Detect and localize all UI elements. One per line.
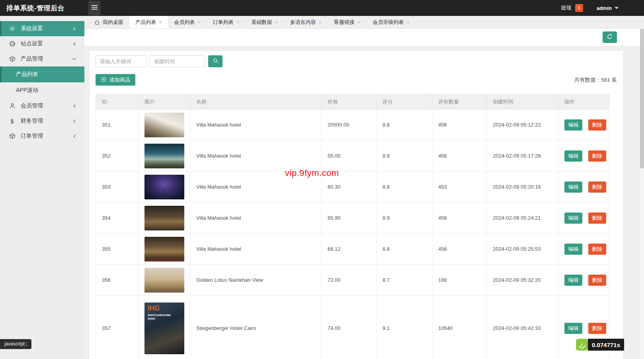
product-image[interactable] [144, 113, 184, 137]
page-toolbar [84, 29, 644, 46]
product-created: 2024-02-09 05:20:16 [487, 172, 558, 203]
product-image[interactable] [144, 237, 184, 261]
home-icon [94, 20, 100, 25]
product-price: 65.90 [322, 203, 377, 234]
sidebar-item-system-settings[interactable]: 系统设置 [0, 21, 84, 36]
sidebar-item-finance-management[interactable]: $ 财务管理 [0, 113, 84, 129]
product-image[interactable] [144, 206, 184, 230]
product-image[interactable] [144, 268, 184, 293]
tab-my-desktop[interactable]: 我的桌面 [88, 16, 129, 28]
product-name: Villa Mahasok hotel [190, 172, 322, 203]
sidebar-item-site-settings[interactable]: 站点设置 [0, 36, 84, 51]
delete-button[interactable]: 删除 [588, 181, 606, 193]
product-reviews: 453 [432, 172, 487, 203]
tab-close-icon[interactable]: × [236, 20, 239, 25]
sidebar-item-label: 产品列表 [16, 71, 38, 78]
col-header-created: 创建时间 [487, 94, 558, 109]
edit-button[interactable]: 编辑 [564, 150, 582, 162]
sidebar-item-member-management[interactable]: 会员管理 [0, 98, 84, 113]
tab-close-icon[interactable]: × [406, 20, 410, 25]
edit-button[interactable]: 编辑 [564, 323, 582, 334]
product-created: 2024-02-09 05:12:22 [487, 109, 558, 140]
product-image[interactable]: IHG InterContinental Hotel [144, 302, 184, 354]
refresh-button[interactable] [603, 31, 617, 43]
product-created: 2024-02-09 05:42:33 [487, 296, 558, 359]
product-image[interactable] [144, 175, 184, 199]
product-rating: 8.8 [377, 172, 432, 203]
sidebar-item-app-scroll[interactable]: APP滚动 [0, 82, 84, 98]
scrollbar[interactable] [640, 29, 644, 359]
withdraw-link[interactable]: 提现 0 [561, 4, 583, 12]
total-count: 共有数据：581 条 [574, 76, 617, 84]
product-created: 2024-02-09 05:32:20 [487, 265, 558, 296]
created-time-input[interactable] [150, 55, 205, 67]
dollar-icon: $ [9, 118, 16, 125]
chevron-left-icon [72, 27, 76, 31]
sidebar: 系统设置 站点设置 产品管理 产品列表 APP滚动 [0, 16, 84, 359]
product-created: 2024-02-09 05:17:26 [487, 140, 558, 172]
product-reviews: 456 [432, 109, 487, 140]
sidebar-item-product-management[interactable]: 产品管理 [0, 51, 84, 66]
scrollbar-thumb[interactable] [640, 29, 644, 168]
app-title: 排单系统-管理后台 [0, 4, 84, 13]
product-id: 352 [96, 140, 139, 172]
edit-button[interactable]: 编辑 [564, 244, 582, 255]
product-name: Villa Mahasok hotel [190, 203, 322, 234]
tab-product-list[interactable]: 产品列表 × [129, 16, 168, 28]
withdraw-label: 提现 [561, 4, 572, 12]
keyword-input[interactable] [96, 55, 146, 67]
product-id: 357 [96, 296, 139, 359]
thinkphp-icon[interactable] [576, 339, 588, 351]
sidebar-item-order-management[interactable]: 订单管理 [0, 129, 84, 144]
plus-circle-icon [101, 76, 107, 84]
table-header-row: ID 图片 名称 价格 评分 评价数量 创建时间 操作 [96, 94, 609, 109]
delete-button[interactable]: 删除 [588, 275, 606, 286]
product-name: Villa Mahasok hotel [190, 140, 322, 172]
tab-member-list[interactable]: 会员列表 × [168, 16, 207, 28]
product-name: Steigenberger Hotel Cairo [190, 296, 322, 359]
product-created: 2024-02-09 05:25:53 [487, 234, 558, 265]
product-image[interactable] [144, 144, 184, 168]
tab-label: 客服链接 [334, 19, 355, 26]
delete-button[interactable]: 删除 [588, 150, 606, 162]
tab-customer-service[interactable]: 客服链接 × [328, 16, 367, 28]
sidebar-item-label: 产品管理 [21, 55, 43, 62]
sidebar-toggle-button[interactable] [88, 1, 100, 15]
tab-member-level-list[interactable]: 会员等级列表 × [367, 16, 416, 28]
edit-button[interactable]: 编辑 [564, 181, 582, 193]
delete-button[interactable]: 删除 [588, 244, 606, 255]
delete-button[interactable]: 删除 [588, 119, 606, 131]
tab-close-icon[interactable]: × [319, 20, 322, 25]
search-button[interactable] [208, 55, 222, 67]
edit-button[interactable]: 编辑 [564, 213, 582, 224]
product-price: 74.00 [322, 296, 377, 359]
tab-close-icon[interactable]: × [197, 20, 201, 25]
product-name: Golden Lotus Namkhan View [190, 265, 322, 296]
product-created: 2024-02-09 05:24:21 [487, 203, 558, 234]
tab-close-icon[interactable]: × [275, 20, 278, 25]
col-header-name: 名称 [190, 94, 322, 109]
tab-multilanguage[interactable]: 多语言内容 × [284, 16, 328, 28]
tab-order-list[interactable]: 订单列表 × [207, 16, 245, 28]
edit-button[interactable]: 编辑 [564, 275, 582, 286]
sidebar-item-label: 系统设置 [21, 25, 43, 32]
tab-base-data[interactable]: 基础数据 × [246, 16, 284, 28]
username: admin [597, 5, 612, 11]
table-row: 352 Villa Mahasok hotel 55.00 8.9 456 20… [96, 140, 609, 172]
hamburger-icon [91, 5, 98, 11]
col-header-actions: 操作 [558, 94, 609, 109]
delete-button[interactable]: 删除 [588, 213, 606, 224]
product-reviews: 10540 [432, 296, 487, 359]
edit-button[interactable]: 编辑 [564, 119, 582, 131]
table-row: 354 Villa Mahasok hotel 65.90 8.9 456 20… [96, 203, 609, 234]
tab-close-icon[interactable]: × [159, 20, 162, 25]
sidebar-item-label: 站点设置 [21, 40, 43, 47]
product-rating: 8.8 [377, 234, 432, 265]
col-header-rating: 评分 [377, 94, 432, 109]
tab-close-icon[interactable]: × [357, 20, 361, 25]
add-product-button[interactable]: 添加商品 [96, 74, 135, 86]
delete-button[interactable]: 删除 [588, 323, 606, 334]
user-menu[interactable]: admin [597, 5, 619, 11]
product-id: 351 [96, 109, 139, 140]
sidebar-item-product-list[interactable]: 产品列表 [0, 66, 84, 82]
